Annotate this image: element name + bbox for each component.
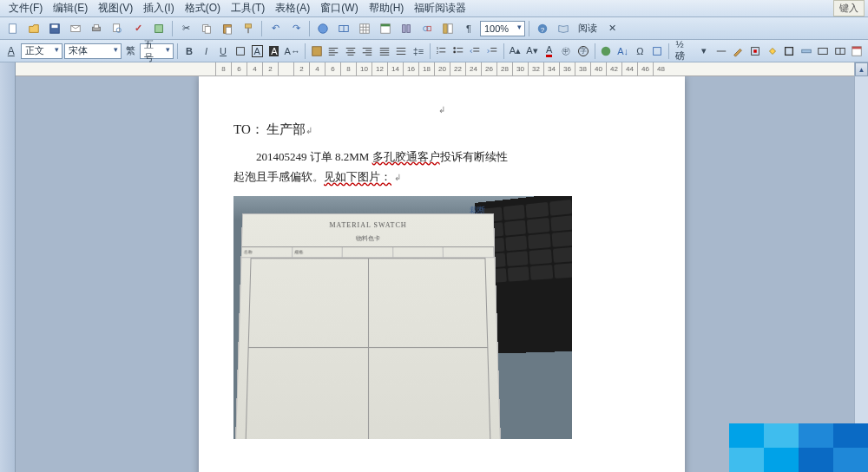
border-color-button[interactable] <box>747 42 763 61</box>
print-button[interactable] <box>87 19 106 38</box>
open-button[interactable] <box>24 19 43 38</box>
menu-edit[interactable]: 编辑(E) <box>48 0 93 17</box>
border-button[interactable] <box>233 42 248 61</box>
phonetic-guide-button[interactable]: ㊥ <box>558 42 574 61</box>
decrease-indent-button[interactable] <box>468 42 483 61</box>
cut-button[interactable]: ✂ <box>176 19 195 38</box>
size-select[interactable]: 五号 <box>140 43 174 59</box>
bold-button[interactable]: B <box>181 42 197 61</box>
research-button[interactable] <box>149 19 168 38</box>
shading-color-button[interactable] <box>765 42 780 61</box>
reading-layout-button[interactable] <box>554 19 573 38</box>
globe-icon <box>317 23 329 35</box>
line-style-icon <box>715 45 727 57</box>
page[interactable]: ↲ TO： 生产部↲ 201405249 订单 8.2MM 多孔胶通客户投诉有断… <box>199 76 685 472</box>
font-grow-button[interactable]: A▴ <box>508 42 523 61</box>
align-distributed-button[interactable] <box>394 42 410 61</box>
align-right-button[interactable] <box>359 42 375 61</box>
line-weight-dropdown[interactable]: ▾ <box>697 42 713 61</box>
insert-symbol-button[interactable]: Ω <box>632 42 648 61</box>
show-paragraph-button[interactable]: ¶ <box>459 19 478 38</box>
menu-foxit[interactable]: 福昕阅读器 <box>409 0 471 17</box>
separator <box>430 43 431 59</box>
svg-point-60 <box>453 50 456 53</box>
enclose-char-button[interactable]: 字 <box>575 42 591 61</box>
merge-cells-button[interactable] <box>816 42 832 61</box>
svg-rect-33 <box>236 47 244 55</box>
separator <box>261 21 262 36</box>
drawing-button[interactable] <box>418 19 437 38</box>
embedded-photo[interactable]: MATERIAL SWATCH 物料色卡 名称规格 裁断 <box>233 196 572 439</box>
auto-format-button[interactable] <box>850 42 865 61</box>
bullets-button[interactable] <box>450 42 466 61</box>
phonetic-icon: ㊥ <box>562 45 570 57</box>
excel-icon <box>379 23 391 35</box>
format-painter-button[interactable] <box>239 19 258 38</box>
sort-button[interactable]: A↓ <box>615 42 631 61</box>
copy-button[interactable] <box>197 19 216 38</box>
highlight-button[interactable] <box>309 42 325 61</box>
align-center-button[interactable] <box>343 42 358 61</box>
tables-borders-button[interactable] <box>334 19 353 38</box>
align-justify-button[interactable] <box>377 42 392 61</box>
docmap-icon <box>442 23 454 35</box>
font-select[interactable]: 宋体 <box>64 43 122 59</box>
insert-rows-button[interactable] <box>799 42 814 61</box>
indent-icon <box>486 45 498 57</box>
pen-button[interactable] <box>731 42 746 61</box>
increase-indent-button[interactable] <box>484 42 500 61</box>
permission-button[interactable] <box>598 42 614 61</box>
paste-button[interactable] <box>218 19 237 38</box>
char-border-button[interactable]: A <box>249 42 265 61</box>
menu-format[interactable]: 格式(O) <box>180 0 226 17</box>
convert-simplified-button[interactable]: 繁 <box>123 42 139 61</box>
horizontal-ruler[interactable]: 8642246810121416182022242628303234363840… <box>16 62 868 76</box>
style-select[interactable]: 正文 <box>21 43 62 59</box>
svg-rect-14 <box>247 28 249 33</box>
menu-tools[interactable]: 工具(T) <box>226 0 270 17</box>
print-preview-button[interactable] <box>108 19 127 38</box>
align-left-button[interactable] <box>326 42 341 61</box>
font-color-button[interactable]: A <box>542 42 557 61</box>
hyperlink-button[interactable] <box>313 19 332 38</box>
split-cells-button[interactable] <box>832 42 848 61</box>
line-spacing-button[interactable]: ‡≡ <box>411 42 426 61</box>
document-line-1: 201405249 订单 8.2MM 多孔胶通客户投诉有断续性 <box>233 147 650 167</box>
document-map-button[interactable] <box>438 19 457 38</box>
photo-annotation: 裁断 <box>470 203 485 217</box>
insert-excel-button[interactable] <box>376 19 395 38</box>
menu-file[interactable]: 文件(F) <box>3 0 48 17</box>
numbering-button[interactable]: 12 <box>434 42 450 61</box>
menu-insert[interactable]: 插入(I) <box>138 0 179 17</box>
font-shrink-button[interactable]: A▾ <box>524 42 540 61</box>
italic-button[interactable]: I <box>199 42 214 61</box>
char-shading-button[interactable]: A <box>266 42 282 61</box>
line-style-button[interactable] <box>713 42 729 61</box>
new-doc-button[interactable] <box>3 19 23 38</box>
char-scale-button[interactable]: A↔ <box>284 42 301 61</box>
help-button[interactable]: ? <box>533 19 552 38</box>
table-grid-icon <box>358 23 371 35</box>
menu-table[interactable]: 表格(A) <box>270 0 315 17</box>
menu-view[interactable]: 视图(V) <box>93 0 138 17</box>
underline-button[interactable]: U <box>215 42 231 61</box>
paste-icon <box>221 23 233 35</box>
redo-button[interactable]: ↷ <box>286 19 306 38</box>
menu-help[interactable]: 帮助(H) <box>364 0 410 17</box>
open-icon <box>28 23 40 35</box>
zoom-select[interactable]: 100% <box>480 21 525 36</box>
svg-text:2: 2 <box>437 49 439 54</box>
columns-button[interactable] <box>397 19 416 38</box>
menu-window[interactable]: 窗口(W) <box>315 0 363 17</box>
vertical-scrollbar[interactable]: ▲ ▼ <box>854 62 868 472</box>
undo-button[interactable]: ↶ <box>266 19 285 38</box>
insert-table-button[interactable] <box>355 19 374 38</box>
scroll-up-button[interactable]: ▲ <box>855 62 868 76</box>
outside-border-button[interactable] <box>781 42 797 61</box>
styles-button[interactable]: A <box>3 42 19 61</box>
insert-shape-button[interactable] <box>649 42 665 61</box>
mail-button[interactable] <box>66 19 85 38</box>
close-reading-button[interactable]: ✕ <box>602 19 621 38</box>
save-button[interactable] <box>45 19 64 38</box>
spellcheck-button[interactable]: ✓ <box>128 19 148 38</box>
